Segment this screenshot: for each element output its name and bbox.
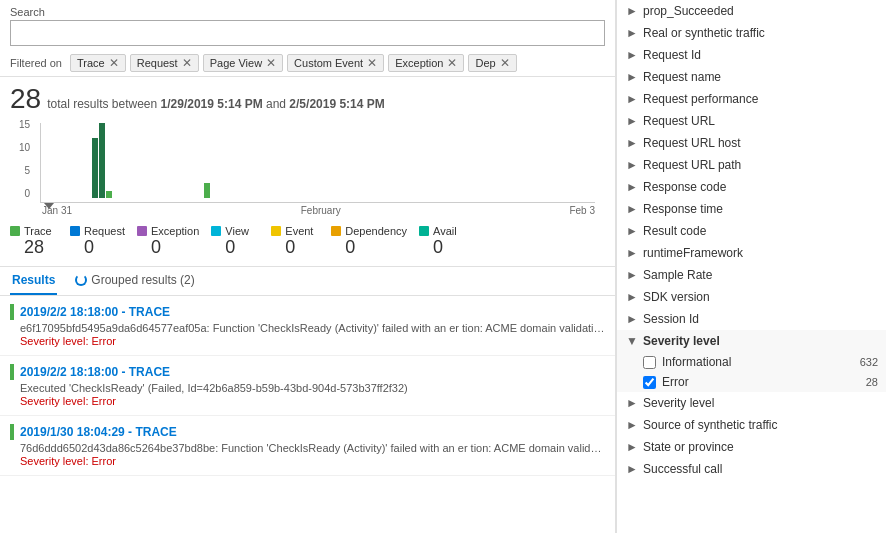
- chevron-right-icon: ►: [625, 418, 639, 432]
- right-item-prop-succeeded[interactable]: ► prop_Succeeded: [617, 0, 886, 22]
- filter-tag-trace-label: Trace: [77, 57, 105, 69]
- filter-tag-dep-close[interactable]: ✕: [500, 56, 510, 70]
- result-body-1: e6f17095bfd5495a9da6d64577eaf05a: Functi…: [20, 322, 605, 334]
- avail-label: Avail: [433, 225, 457, 237]
- informational-count: 632: [860, 356, 878, 368]
- chevron-right-icon: ►: [625, 462, 639, 476]
- informational-label: Informational: [662, 355, 854, 369]
- right-item-request-url-path[interactable]: ► Request URL path: [617, 154, 886, 176]
- filter-tag-exception[interactable]: Exception ✕: [388, 54, 464, 72]
- bar: [106, 191, 112, 199]
- result-color-bar-3: [10, 424, 14, 440]
- right-item-response-code[interactable]: ► Response code: [617, 176, 886, 198]
- chevron-right-icon: ►: [625, 180, 639, 194]
- right-item-sample-rate[interactable]: ► Sample Rate: [617, 264, 886, 286]
- chevron-right-icon: ►: [625, 48, 639, 62]
- right-item-runtime-framework[interactable]: ► runtimeFramework: [617, 242, 886, 264]
- result-item-1[interactable]: 2019/2/2 18:18:00 - TRACE e6f17095bfd549…: [0, 296, 615, 356]
- event-label: Event: [285, 225, 313, 237]
- bar-tallest: [99, 123, 105, 198]
- result-body-3: 76d6ddd6502d43da86c5264be37bd8be: Functi…: [20, 442, 605, 454]
- right-item-severity-level2[interactable]: ► Severity level: [617, 392, 886, 414]
- right-item-result-code[interactable]: ► Result code: [617, 220, 886, 242]
- result-body-2: Executed 'CheckIsReady' (Failed, Id=42b6…: [20, 382, 605, 394]
- right-item-source-synthetic[interactable]: ► Source of synthetic traffic: [617, 414, 886, 436]
- result-color-bar-2: [10, 364, 14, 380]
- right-item-request-id[interactable]: ► Request Id: [617, 44, 886, 66]
- triangle-marker: [44, 203, 54, 209]
- tabs-row: Results Grouped results (2): [0, 267, 615, 296]
- chart-bars: [41, 123, 595, 198]
- right-item-successful-call[interactable]: ► Successful call: [617, 458, 886, 480]
- checkbox-error[interactable]: Error 28: [617, 372, 886, 392]
- result-item-2[interactable]: 2019/2/2 18:18:00 - TRACE Executed 'Chec…: [0, 356, 615, 416]
- result-severity-3: Severity level: Error: [20, 455, 605, 467]
- result-item-3[interactable]: 2019/1/30 18:04:29 - TRACE 76d6ddd6502d4…: [0, 416, 615, 476]
- exception-dot: [137, 226, 147, 236]
- result-title-2: 2019/2/2 18:18:00 - TRACE: [20, 365, 170, 379]
- view-dot: [211, 226, 221, 236]
- filters-row: Filtered on Trace ✕ Request ✕ Page View …: [0, 50, 615, 77]
- filter-tag-pageview-close[interactable]: ✕: [266, 56, 276, 70]
- search-input[interactable]: [10, 20, 605, 46]
- informational-checkbox[interactable]: [643, 356, 656, 369]
- right-item-request-url[interactable]: ► Request URL: [617, 110, 886, 132]
- filter-tag-dep-label: Dep: [475, 57, 495, 69]
- summary-counts: Trace 28 Request 0 Exception 0 View 0: [0, 219, 615, 267]
- summary-trace: Trace 28: [10, 223, 70, 260]
- checkbox-informational[interactable]: Informational 632: [617, 352, 886, 372]
- filter-tag-exception-label: Exception: [395, 57, 443, 69]
- request-label: Request: [84, 225, 125, 237]
- dependency-dot: [331, 226, 341, 236]
- tab-grouped[interactable]: Grouped results (2): [73, 267, 196, 295]
- trace-label: Trace: [24, 225, 52, 237]
- exception-label: Exception: [151, 225, 199, 237]
- filter-tag-dep[interactable]: Dep ✕: [468, 54, 516, 72]
- tab-results[interactable]: Results: [10, 267, 57, 295]
- right-item-session-id[interactable]: ► Session Id: [617, 308, 886, 330]
- filter-tag-customevent[interactable]: Custom Event ✕: [287, 54, 384, 72]
- right-item-request-perf[interactable]: ► Request performance: [617, 88, 886, 110]
- chart-inner: [40, 123, 595, 203]
- filter-tag-trace-close[interactable]: ✕: [109, 56, 119, 70]
- right-item-state-province[interactable]: ► State or province: [617, 436, 886, 458]
- result-title-1: 2019/2/2 18:18:00 - TRACE: [20, 305, 170, 319]
- chart-area: 15 10 5 0: [0, 119, 615, 219]
- chevron-right-icon: ►: [625, 246, 639, 260]
- result-title-3: 2019/1/30 18:04:29 - TRACE: [20, 425, 177, 439]
- summary-view: View 0: [211, 223, 271, 260]
- right-item-response-time[interactable]: ► Response time: [617, 198, 886, 220]
- right-item-request-url-host[interactable]: ► Request URL host: [617, 132, 886, 154]
- chevron-right-icon: ►: [625, 114, 639, 128]
- right-item-real-or-synthetic[interactable]: ► Real or synthetic traffic: [617, 22, 886, 44]
- spin-icon: [75, 274, 87, 286]
- summary-avail: Avail 0: [419, 223, 479, 260]
- filter-tag-exception-close[interactable]: ✕: [447, 56, 457, 70]
- severity-expand-header[interactable]: ▼ Severity level: [617, 330, 886, 352]
- filter-tag-trace[interactable]: Trace ✕: [70, 54, 126, 72]
- filter-tag-request-label: Request: [137, 57, 178, 69]
- summary-exception: Exception 0: [137, 223, 211, 260]
- right-item-request-name[interactable]: ► Request name: [617, 66, 886, 88]
- filter-tag-request-close[interactable]: ✕: [182, 56, 192, 70]
- event-count: 0: [271, 237, 319, 258]
- summary-request: Request 0: [70, 223, 137, 260]
- filter-tag-customevent-close[interactable]: ✕: [367, 56, 377, 70]
- result-count: 28: [10, 83, 41, 115]
- severity-expanded-section: ▼ Severity level Informational 632 Error…: [617, 330, 886, 392]
- chevron-right-icon: ►: [625, 202, 639, 216]
- chart-y-labels: 15 10 5 0: [10, 119, 30, 199]
- result-count-text: total results between 1/29/2019 5:14 PM …: [47, 97, 385, 111]
- filter-tag-pageview[interactable]: Page View ✕: [203, 54, 283, 72]
- trace-dot: [10, 226, 20, 236]
- results-list: 2019/2/2 18:18:00 - TRACE e6f17095bfd549…: [0, 296, 615, 476]
- filter-tag-request[interactable]: Request ✕: [130, 54, 199, 72]
- chevron-right-icon: ►: [625, 158, 639, 172]
- event-dot: [271, 226, 281, 236]
- filters-label: Filtered on: [10, 57, 62, 69]
- dependency-label: Dependency: [345, 225, 407, 237]
- error-checkbox[interactable]: [643, 376, 656, 389]
- right-item-sdk-version[interactable]: ► SDK version: [617, 286, 886, 308]
- avail-count: 0: [419, 237, 467, 258]
- right-panel: ► prop_Succeeded ► Real or synthetic tra…: [616, 0, 886, 533]
